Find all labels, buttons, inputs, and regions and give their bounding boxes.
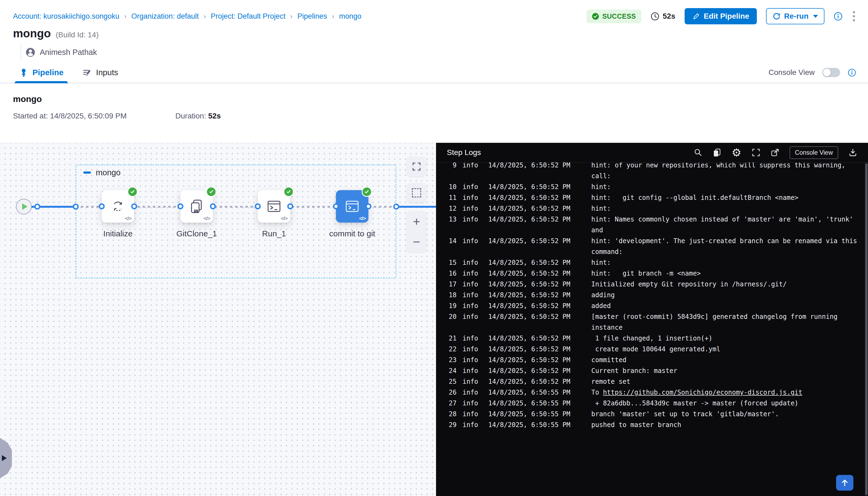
copy-logs-icon[interactable] bbox=[713, 148, 722, 157]
console-view-toggle-label: Console View bbox=[769, 68, 815, 77]
log-line: 25info14/8/2025, 6:50:52 PMremote set bbox=[436, 376, 864, 387]
success-check-icon bbox=[362, 187, 372, 197]
log-line: 23info14/8/2025, 6:50:52 PMcommitted bbox=[436, 355, 864, 366]
log-panel-title: Step Logs bbox=[447, 148, 481, 157]
log-line-number: 25 bbox=[447, 376, 456, 387]
breadcrumb-link[interactable]: Account: kurosakiichigo.songoku bbox=[13, 12, 119, 20]
log-timestamp: 14/8/2025, 6:50:52 PM bbox=[488, 192, 571, 203]
stage-info-title: mongo bbox=[13, 94, 855, 104]
clock-icon bbox=[651, 12, 660, 21]
status-text: SUCCESS bbox=[602, 13, 636, 20]
stage-label[interactable]: mongo bbox=[96, 168, 121, 177]
code-icon: </> bbox=[204, 216, 210, 221]
step-label: GitClone_1 bbox=[176, 229, 217, 238]
rerun-button[interactable]: Re-run bbox=[766, 8, 824, 24]
zoom-in-button[interactable]: + bbox=[407, 211, 426, 232]
log-line: 17info14/8/2025, 6:50:52 PMInitialized e… bbox=[436, 279, 864, 290]
log-level: info bbox=[463, 366, 478, 376]
chevron-down-icon[interactable] bbox=[813, 15, 818, 18]
info-icon[interactable] bbox=[834, 12, 842, 21]
tab-pipeline[interactable]: Pipeline bbox=[19, 62, 64, 83]
log-line: 10info14/8/2025, 6:50:52 PMhint: bbox=[436, 182, 864, 192]
selection-mode-button[interactable] bbox=[407, 183, 426, 202]
log-line: 15info14/8/2025, 6:50:52 PMhint: bbox=[436, 257, 864, 268]
step-label: Run_1 bbox=[262, 229, 286, 238]
pencil-icon bbox=[692, 13, 700, 20]
log-message: committed bbox=[591, 355, 862, 366]
log-level: info bbox=[463, 182, 478, 192]
log-line-number: 15 bbox=[447, 257, 456, 268]
open-in-new-icon[interactable] bbox=[771, 148, 779, 157]
log-line-number: 9 bbox=[447, 162, 456, 171]
pipeline-step-gitclone_1[interactable]: </>GitClone_1 bbox=[181, 190, 213, 222]
breadcrumb-link[interactable]: mongo bbox=[339, 12, 361, 20]
log-message: branch 'master' set up to track 'gitlab/… bbox=[591, 409, 862, 419]
zoom-controls: + − bbox=[407, 211, 426, 252]
console-view-toggle-area: Console View bbox=[769, 68, 856, 77]
log-timestamp: 14/8/2025, 6:50:55 PM bbox=[488, 409, 571, 419]
breadcrumb-link[interactable]: Pipelines bbox=[297, 12, 327, 20]
log-message: remote set bbox=[591, 376, 862, 387]
title-row: mongo (Build Id: 14) bbox=[0, 27, 868, 40]
log-level: info bbox=[463, 311, 478, 322]
log-message: 1 file changed, 1 insertion(+) bbox=[591, 333, 862, 344]
log-message: hint: 'development'. The just-created br… bbox=[591, 235, 862, 257]
selection-icon bbox=[412, 188, 421, 198]
fullscreen-icon bbox=[412, 162, 421, 171]
arrow-up-icon bbox=[840, 478, 849, 487]
log-scrollbar[interactable] bbox=[865, 162, 868, 496]
author-byline: Animesh Pathak bbox=[20, 44, 868, 60]
port bbox=[177, 203, 183, 209]
log-level: info bbox=[463, 300, 478, 311]
log-message: hint: bbox=[591, 203, 862, 214]
stage-info: mongo Started at: 14/8/2025, 6:50:09 PM … bbox=[0, 83, 868, 120]
log-line-number: 28 bbox=[447, 409, 456, 419]
log-timestamp: 14/8/2025, 6:50:52 PM bbox=[488, 214, 571, 225]
log-timestamp: 14/8/2025, 6:50:52 PM bbox=[488, 333, 571, 344]
download-logs-icon[interactable] bbox=[849, 148, 857, 157]
log-settings-icon[interactable] bbox=[732, 147, 741, 158]
log-link[interactable]: https://github.com/Sonichigo/economy-dis… bbox=[603, 389, 802, 396]
log-message: Current branch: master bbox=[591, 366, 862, 376]
pipeline-step-initialize[interactable]: </>Initialize bbox=[102, 190, 134, 222]
more-options-menu-icon[interactable] bbox=[852, 10, 856, 22]
log-line: 27info14/8/2025, 6:50:55 PM + 82a6dbb...… bbox=[436, 398, 864, 409]
collapse-stage-icon[interactable] bbox=[83, 171, 91, 174]
tab-inputs-label: Inputs bbox=[96, 68, 118, 77]
breadcrumb-link[interactable]: Project: Default Project bbox=[211, 12, 285, 20]
scroll-to-top-button[interactable] bbox=[836, 475, 853, 491]
pipeline-canvas[interactable]: mongo </>Initialize </>GitClone_1 </>Run… bbox=[0, 143, 436, 496]
log-line: 21info14/8/2025, 6:50:52 PM 1 file chang… bbox=[436, 333, 864, 344]
log-message: added bbox=[591, 300, 862, 311]
log-line: 12info14/8/2025, 6:50:52 PMhint: bbox=[436, 203, 864, 214]
pipeline-step-commit-to-git[interactable]: </>commit to git bbox=[336, 190, 368, 222]
edit-pipeline-button[interactable]: Edit Pipeline bbox=[685, 8, 757, 24]
play-icon bbox=[22, 203, 28, 210]
breadcrumb-link[interactable]: Organization: default bbox=[131, 12, 199, 20]
log-line: 18info14/8/2025, 6:50:52 PMadding bbox=[436, 290, 864, 300]
tab-bar: Pipeline Inputs Console View bbox=[0, 62, 868, 83]
zoom-out-button[interactable]: − bbox=[407, 232, 426, 252]
log-level: info bbox=[463, 214, 478, 225]
fit-view-button[interactable] bbox=[407, 157, 426, 176]
console-view-button[interactable]: Console View bbox=[790, 146, 838, 159]
author-name: Animesh Pathak bbox=[40, 48, 97, 57]
start-node[interactable] bbox=[16, 199, 32, 215]
sync-icon bbox=[110, 199, 125, 214]
console-view-toggle[interactable] bbox=[822, 68, 840, 77]
log-line-number: 22 bbox=[447, 344, 456, 355]
log-level: info bbox=[463, 290, 478, 300]
info-icon[interactable] bbox=[848, 68, 856, 77]
log-line: 24info14/8/2025, 6:50:52 PMCurrent branc… bbox=[436, 366, 864, 376]
search-logs-icon[interactable] bbox=[694, 148, 702, 157]
log-line-number: 26 bbox=[447, 387, 456, 398]
log-timestamp: 14/8/2025, 6:50:52 PM bbox=[488, 257, 571, 268]
tab-inputs[interactable]: Inputs bbox=[82, 62, 118, 83]
expand-panel-handle[interactable] bbox=[0, 438, 12, 478]
breadcrumb-separator-icon: › bbox=[204, 13, 206, 20]
log-message: To https://github.com/Sonichigo/economy-… bbox=[591, 387, 862, 398]
log-timestamp: 14/8/2025, 6:50:52 PM bbox=[488, 376, 571, 387]
pipeline-step-run_1[interactable]: </>Run_1 bbox=[258, 190, 290, 222]
expand-logs-icon[interactable] bbox=[752, 148, 760, 157]
status-badge: SUCCESS bbox=[586, 10, 641, 23]
